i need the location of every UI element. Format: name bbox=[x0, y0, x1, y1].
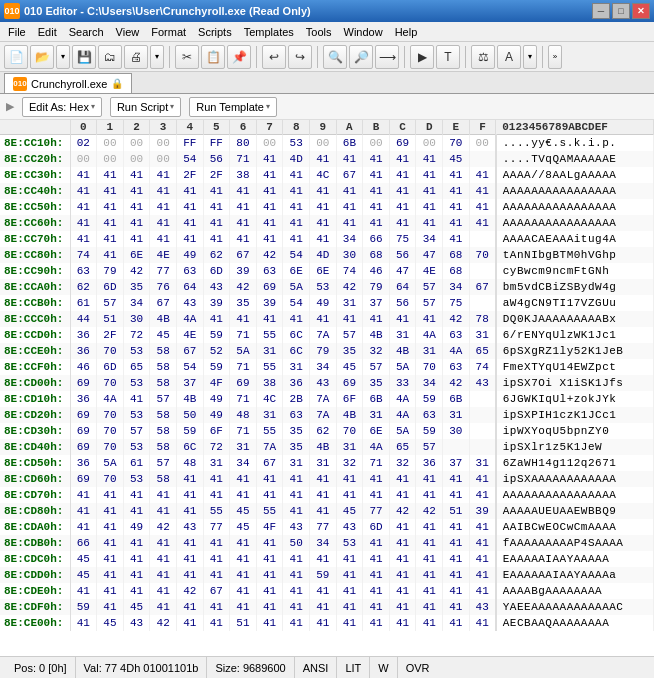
hex-byte[interactable]: 41 bbox=[336, 183, 363, 199]
hex-byte[interactable]: 4D bbox=[283, 151, 310, 167]
hex-byte[interactable]: 66 bbox=[70, 535, 97, 551]
hex-byte[interactable]: 58 bbox=[150, 375, 177, 391]
table-row[interactable]: 8E:CDA0h:414149424377454F4377436D4141414… bbox=[0, 519, 654, 535]
hex-byte[interactable]: 41 bbox=[97, 503, 124, 519]
menu-file[interactable]: File bbox=[2, 22, 32, 41]
minimize-button[interactable]: ─ bbox=[592, 3, 610, 19]
hex-byte[interactable]: 41 bbox=[389, 535, 416, 551]
hex-byte[interactable]: 35 bbox=[230, 295, 257, 311]
hex-byte[interactable]: 69 bbox=[389, 135, 416, 152]
ascii-col[interactable]: ....yy€.s.k.i.p. bbox=[496, 135, 654, 152]
hex-byte[interactable]: 41 bbox=[256, 167, 283, 183]
hex-byte[interactable]: 41 bbox=[469, 519, 496, 535]
paste-button[interactable]: 📌 bbox=[227, 45, 251, 69]
hex-byte[interactable]: 72 bbox=[203, 439, 230, 455]
hex-byte[interactable]: 4B bbox=[363, 327, 390, 343]
hex-byte[interactable]: 41 bbox=[443, 567, 470, 583]
hex-byte[interactable]: 41 bbox=[416, 311, 443, 327]
hex-byte[interactable]: 34 bbox=[443, 279, 470, 295]
hex-byte[interactable]: 57 bbox=[416, 279, 443, 295]
hex-byte[interactable]: 41 bbox=[309, 503, 336, 519]
hex-byte[interactable]: 41 bbox=[336, 551, 363, 567]
hex-byte[interactable]: 77 bbox=[363, 503, 390, 519]
ascii-col[interactable]: fAAAAAAAAAP4SAAAA bbox=[496, 535, 654, 551]
hex-byte[interactable]: 71 bbox=[230, 327, 257, 343]
hex-byte[interactable]: 41 bbox=[469, 199, 496, 215]
hex-byte[interactable]: 42 bbox=[123, 263, 150, 279]
hex-byte[interactable]: 35 bbox=[336, 343, 363, 359]
hex-byte[interactable]: 41 bbox=[97, 231, 124, 247]
hex-byte[interactable]: 54 bbox=[176, 359, 203, 375]
hex-byte[interactable]: 36 bbox=[70, 343, 97, 359]
hex-byte[interactable]: 41 bbox=[123, 199, 150, 215]
hex-byte[interactable]: 41 bbox=[336, 583, 363, 599]
hex-byte[interactable]: 45 bbox=[150, 327, 177, 343]
hex-byte[interactable]: 51 bbox=[230, 615, 257, 631]
ascii-col[interactable]: cyBwcm9ncmFtGNh bbox=[496, 263, 654, 279]
hex-byte[interactable]: 41 bbox=[203, 471, 230, 487]
hex-byte[interactable]: 41 bbox=[97, 599, 124, 615]
hex-byte[interactable]: 41 bbox=[416, 471, 443, 487]
hex-byte[interactable]: 41 bbox=[443, 551, 470, 567]
hex-byte[interactable]: 43 bbox=[469, 375, 496, 391]
menu-view[interactable]: View bbox=[110, 22, 146, 41]
hex-byte[interactable]: 31 bbox=[256, 343, 283, 359]
hex-byte[interactable]: 7A bbox=[309, 327, 336, 343]
hex-byte[interactable]: 41 bbox=[256, 535, 283, 551]
hex-byte[interactable]: 41 bbox=[389, 151, 416, 167]
run-template-dropdown[interactable]: Run Template ▾ bbox=[189, 97, 277, 117]
hex-byte[interactable]: 79 bbox=[309, 343, 336, 359]
hex-byte[interactable]: 41 bbox=[389, 583, 416, 599]
hex-byte[interactable]: 67 bbox=[150, 295, 177, 311]
hex-byte[interactable]: 72 bbox=[123, 327, 150, 343]
hex-byte[interactable]: 6D bbox=[363, 519, 390, 535]
hex-byte[interactable]: 00 bbox=[123, 135, 150, 152]
hex-byte[interactable]: 51 bbox=[97, 311, 124, 327]
hex-byte[interactable]: 41 bbox=[203, 599, 230, 615]
table-row[interactable]: 8E:CC40h:4141414141414141414141414141414… bbox=[0, 183, 654, 199]
hex-byte[interactable]: 49 bbox=[203, 391, 230, 407]
hex-byte[interactable]: 70 bbox=[97, 423, 124, 439]
hex-byte[interactable]: 4A bbox=[389, 391, 416, 407]
hex-byte[interactable]: 67 bbox=[176, 343, 203, 359]
hex-byte[interactable]: 48 bbox=[230, 407, 257, 423]
hex-byte[interactable]: 41 bbox=[230, 311, 257, 327]
table-row[interactable]: 8E:CC30h:414141412F2F3841414C67414141414… bbox=[0, 167, 654, 183]
hex-byte[interactable]: 65 bbox=[389, 439, 416, 455]
hex-byte[interactable]: 41 bbox=[283, 599, 310, 615]
hex-byte[interactable]: 42 bbox=[336, 279, 363, 295]
table-row[interactable]: 8E:CCF0h:466D655854597155313445575A70637… bbox=[0, 359, 654, 375]
hex-byte[interactable]: 31 bbox=[203, 455, 230, 471]
ascii-col[interactable]: ipWXYoqU5bpnZY0 bbox=[496, 423, 654, 439]
hex-byte[interactable]: 52 bbox=[203, 343, 230, 359]
hex-byte[interactable]: 4A bbox=[363, 439, 390, 455]
hex-byte[interactable]: 41 bbox=[309, 487, 336, 503]
hex-byte[interactable]: 41 bbox=[309, 551, 336, 567]
hex-byte[interactable]: 4B bbox=[176, 391, 203, 407]
hex-byte[interactable]: 41 bbox=[176, 231, 203, 247]
hex-byte[interactable]: 4A bbox=[443, 343, 470, 359]
hex-byte[interactable]: 41 bbox=[97, 519, 124, 535]
edit-as-dropdown[interactable]: Edit As: Hex ▾ bbox=[22, 97, 102, 117]
hex-byte[interactable]: 41 bbox=[283, 231, 310, 247]
hex-byte[interactable]: 45 bbox=[70, 567, 97, 583]
hex-byte[interactable]: 68 bbox=[363, 247, 390, 263]
hex-scroll[interactable]: 0 1 2 3 4 5 6 7 8 9 A B C D E bbox=[0, 120, 654, 656]
hex-byte[interactable]: 41 bbox=[363, 487, 390, 503]
hex-byte[interactable]: 41 bbox=[70, 519, 97, 535]
hex-byte[interactable]: 70 bbox=[97, 471, 124, 487]
hex-byte[interactable]: 65 bbox=[123, 359, 150, 375]
hex-byte[interactable]: 41 bbox=[283, 551, 310, 567]
hex-byte[interactable]: 00 bbox=[150, 151, 177, 167]
hex-byte[interactable]: 41 bbox=[389, 199, 416, 215]
hex-byte[interactable]: 56 bbox=[389, 295, 416, 311]
hex-byte[interactable]: 6B bbox=[443, 391, 470, 407]
hex-byte[interactable]: 7A bbox=[309, 391, 336, 407]
hex-byte[interactable]: 59 bbox=[203, 327, 230, 343]
ascii-col[interactable]: AAIBCwEOCwCmAAAA bbox=[496, 519, 654, 535]
hex-byte[interactable]: 59 bbox=[176, 423, 203, 439]
ascii-col[interactable]: AAAAAUEUAAEWBBQ9 bbox=[496, 503, 654, 519]
hex-byte[interactable]: 41 bbox=[150, 199, 177, 215]
hex-byte[interactable]: 54 bbox=[176, 151, 203, 167]
find-button[interactable]: 🔍 bbox=[323, 45, 347, 69]
